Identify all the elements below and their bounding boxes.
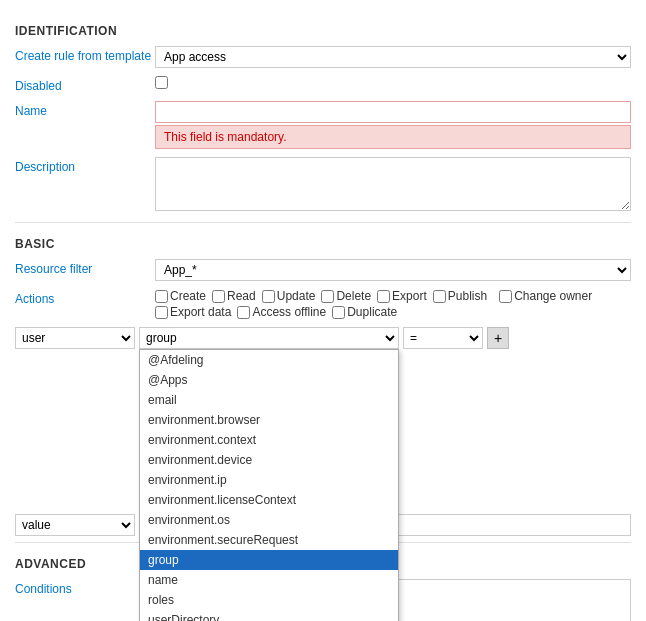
name-input[interactable]	[155, 101, 631, 123]
actions-label: Actions	[15, 289, 155, 306]
action-access-offline: Access offline	[237, 305, 326, 319]
disabled-row: Disabled	[15, 76, 631, 93]
action-change-owner: Change owner	[499, 289, 592, 303]
dropdown-item-apps[interactable]: @Apps	[140, 370, 398, 390]
dropdown-item-name[interactable]: name	[140, 570, 398, 590]
dropdown-item-afdeling[interactable]: @Afdeling	[140, 350, 398, 370]
action-update-checkbox[interactable]	[262, 290, 275, 303]
eq-select[interactable]: = != like	[403, 327, 483, 349]
action-export-label: Export	[392, 289, 427, 303]
action-publish-checkbox[interactable]	[433, 290, 446, 303]
action-export-data-checkbox[interactable]	[155, 306, 168, 319]
name-row: Name This field is mandatory.	[15, 101, 631, 149]
description-row: Description	[15, 157, 631, 214]
basic-section: BASIC Resource filter App_* Actions Crea…	[15, 237, 631, 536]
action-read: Read	[212, 289, 256, 303]
value-select[interactable]: value	[15, 514, 135, 536]
description-textarea[interactable]	[155, 157, 631, 211]
action-update-label: Update	[277, 289, 316, 303]
group-select[interactable]: group	[139, 327, 399, 349]
actions-row: Actions Create Read Update Delete	[15, 289, 631, 319]
name-control: This field is mandatory.	[155, 101, 631, 149]
dropdown-item-env-browser[interactable]: environment.browser	[140, 410, 398, 430]
name-label: Name	[15, 101, 155, 118]
add-condition-button[interactable]: +	[487, 327, 509, 349]
template-control: App access	[155, 46, 631, 68]
action-read-label: Read	[227, 289, 256, 303]
identification-header: IDENTIFICATION	[15, 24, 631, 38]
action-change-owner-label: Change owner	[514, 289, 592, 303]
condition-row-1: user resource group = != like +	[15, 327, 631, 349]
disabled-checkbox[interactable]	[155, 76, 168, 89]
identification-separator	[15, 222, 631, 223]
dropdown-item-env-device[interactable]: environment.device	[140, 450, 398, 470]
action-update: Update	[262, 289, 316, 303]
dropdown-item-email[interactable]: email	[140, 390, 398, 410]
resource-filter-control: App_*	[155, 259, 631, 281]
action-export-data: Export data	[155, 305, 231, 319]
group-dropdown-popup: @Afdeling @Apps email environment.browse…	[139, 349, 399, 621]
dropdown-item-env-context[interactable]: environment.context	[140, 430, 398, 450]
mandatory-message: This field is mandatory.	[155, 125, 631, 149]
actions-control: Create Read Update Delete Export	[155, 289, 631, 319]
action-export: Export	[377, 289, 427, 303]
identification-section: IDENTIFICATION Create rule from template…	[15, 24, 631, 214]
template-select[interactable]: App access	[155, 46, 631, 68]
dropdown-item-env-os[interactable]: environment.os	[140, 510, 398, 530]
action-create-checkbox[interactable]	[155, 290, 168, 303]
basic-header: BASIC	[15, 237, 631, 251]
actions-checkboxes: Create Read Update Delete Export	[155, 289, 631, 319]
action-change-owner-checkbox[interactable]	[499, 290, 512, 303]
template-row: Create rule from template App access	[15, 46, 631, 68]
action-duplicate-label: Duplicate	[347, 305, 397, 319]
dropdown-item-user-directory[interactable]: userDirectory	[140, 610, 398, 621]
action-export-checkbox[interactable]	[377, 290, 390, 303]
conditions-label: Conditions	[15, 579, 155, 596]
action-export-data-label: Export data	[170, 305, 231, 319]
action-create-label: Create	[170, 289, 206, 303]
action-create: Create	[155, 289, 206, 303]
action-read-checkbox[interactable]	[212, 290, 225, 303]
disabled-label: Disabled	[15, 76, 155, 93]
description-label: Description	[15, 157, 155, 174]
action-publish-label: Publish	[448, 289, 487, 303]
action-duplicate: Duplicate	[332, 305, 397, 319]
action-duplicate-checkbox[interactable]	[332, 306, 345, 319]
action-access-offline-checkbox[interactable]	[237, 306, 250, 319]
dropdown-item-roles[interactable]: roles	[140, 590, 398, 610]
condition-builder-area: user resource group = != like + @Afdelin…	[15, 327, 631, 536]
resource-filter-label: Resource filter	[15, 259, 155, 276]
dropdown-item-env-license[interactable]: environment.licenseContext	[140, 490, 398, 510]
resource-filter-row: Resource filter App_*	[15, 259, 631, 281]
template-label: Create rule from template	[15, 46, 155, 63]
action-publish: Publish	[433, 289, 487, 303]
user-select[interactable]: user resource	[15, 327, 135, 349]
dropdown-item-env-secure[interactable]: environment.secureRequest	[140, 530, 398, 550]
dropdown-item-env-ip[interactable]: environment.ip	[140, 470, 398, 490]
action-delete-label: Delete	[336, 289, 371, 303]
dropdown-item-group[interactable]: group	[140, 550, 398, 570]
action-delete: Delete	[321, 289, 371, 303]
action-delete-checkbox[interactable]	[321, 290, 334, 303]
resource-filter-select[interactable]: App_*	[155, 259, 631, 281]
action-access-offline-label: Access offline	[252, 305, 326, 319]
description-control	[155, 157, 631, 214]
disabled-control	[155, 76, 631, 92]
